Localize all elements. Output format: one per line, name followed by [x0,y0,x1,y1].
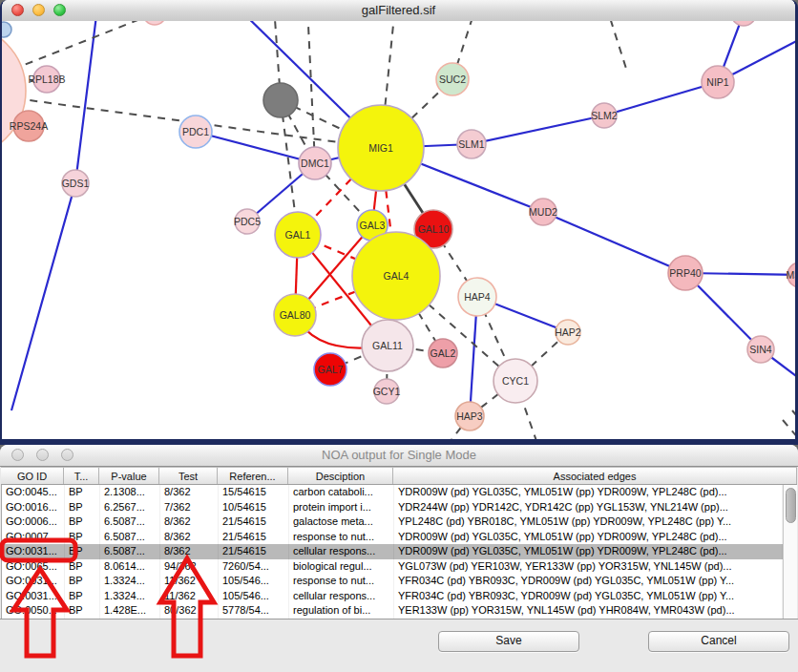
table-cell: GO:0031... [2,589,65,604]
node-label-MIG1: MIG1 [368,142,393,154]
node-label-GAL11: GAL11 [372,340,403,351]
table-cell: GO:0016... [2,500,65,515]
table-cell: 7/362 [160,500,219,515]
table-cell: 105/546... [219,589,289,604]
column-header-desciption[interactable]: Desciption [288,468,393,484]
table-cell: 8/362 [160,514,219,530]
node-label-PRP40: PRP40 [669,267,701,279]
table-cell: 8/362 [160,544,219,559]
column-header-test[interactable]: Test [159,468,218,484]
network-canvas[interactable]: RPL18BRPS24AGDS1PDC1DMC1MIG1SUC2SLM1SLM2… [2,21,795,439]
network-edge [472,116,604,144]
table-cell: biological regul... [289,559,394,575]
node-label-GAL2: GAL2 [430,347,456,359]
table-cell: YER133W (pp) YOR315W, YNL145W (pd) YHR08… [394,603,783,619]
table-cell: 94/362 [160,559,219,575]
table-cell: 1.428E... [100,603,160,619]
table-bottom-divider [0,619,798,620]
window-title: galFiltered.sif [2,0,795,21]
table-cell: galactose meta... [289,514,394,530]
table-row[interactable]: GO:0016...BP6.2567...7/36210/54615protei… [2,500,783,515]
table-cell: protein import i... [289,500,394,515]
table-cell: 6.5087... [100,514,160,530]
node-label-SLM1: SLM1 [458,138,485,150]
table-cell: BP [65,544,100,559]
table-cell: GO:0031... [2,544,65,559]
table-cell: 11/362 [160,574,219,589]
node-dark-gray[interactable] [263,83,298,117]
table-cell: 21/54615 [219,514,289,530]
network-edge [307,21,315,163]
network-edge [792,410,795,431]
node-label-DMC1: DMC1 [301,158,329,169]
network-titlebar[interactable]: galFiltered.sif [2,0,795,22]
node-label-GCY1: GCY1 [373,386,401,397]
node-label-GAL10: GAL10 [418,223,450,235]
column-header-go-id[interactable]: GO ID [1,468,64,484]
table-cell: 6.5087... [100,530,160,545]
cancel-button[interactable]: Cancel [648,631,789,652]
vertical-scrollbar[interactable] [783,485,797,619]
table-row[interactable]: GO:0006...BP6.5087...8/36221/54615galact… [2,514,783,530]
table-cell: 6.2567... [100,500,160,515]
table-cell: BP [65,485,100,500]
table-body: GO:0045...BP2.1308...8/36215/54615carbon… [1,485,783,619]
node-label-SLM2: SLM2 [591,110,618,121]
save-button[interactable]: Save [438,631,579,652]
network-graph: RPL18BRPS24AGDS1PDC1DMC1MIG1SUC2SLM1SLM2… [2,21,795,439]
network-edge [606,21,627,72]
table-cell: GO:0065... [2,559,65,575]
node-clipped-top-right[interactable] [731,21,756,26]
network-edge [196,132,315,163]
noa-titlebar[interactable]: NOA output for Single Mode [0,445,798,467]
table-cell: YDR244W (pp) YDR142C, YDR142C (pp) YGL15… [394,500,783,515]
table-row[interactable]: GO:0045...BP2.1308...8/36215/54615carbon… [2,485,783,500]
table-cell: GO:0031... [2,574,65,589]
table-cell: 8/362 [160,485,219,500]
table-cell: carbon cataboli... [289,485,394,500]
node-blue-topleft[interactable] [2,22,11,37]
node-label-PDC1: PDC1 [182,126,209,137]
table-row[interactable]: GO:0050...BP1.428E...80/3625778/54...reg… [2,603,783,619]
table-row[interactable]: GO:0031...BP6.5087...8/36221/54615cellul… [2,544,783,559]
network-edge [543,212,685,273]
column-header-p-value[interactable]: P-value [99,468,159,484]
node-label-GAL4: GAL4 [384,270,410,282]
table-cell: BP [65,574,100,589]
table-cell: BP [65,500,100,515]
node-label-PDC5: PDC5 [234,216,261,227]
table-cell: 11/362 [160,589,219,604]
table-row[interactable]: GO:0065...BP8.0614...94/3627260/54...bio… [2,559,783,575]
table-cell: YDR009W (pd) YGL035C, YML051W (pp) YDR00… [394,530,783,545]
column-header-referen-[interactable]: Referen... [218,468,288,484]
table-cell: 7260/54... [219,559,289,575]
table-cell: 8.0614... [100,559,160,575]
table-cell: 10/54615 [219,500,289,515]
column-header-t-[interactable]: T... [64,468,99,484]
table-row[interactable]: GO:0031...BP1.3324...11/362105/546...res… [2,574,783,589]
table-cell: YGL073W (pd) YER103W, YER133W (pp) YOR31… [394,559,783,575]
table-cell: 80/362 [160,603,219,619]
node-label-MSN: MSN5 [786,269,795,281]
table-cell: GO:0045... [2,485,65,500]
table-cell: cellular respons... [289,544,394,559]
table-cell: 15/54615 [219,485,289,500]
node-label-GAL7: GAL7 [318,364,344,375]
table-cell: regulation of bi... [289,603,394,619]
network-edge [604,82,718,116]
table-cell: response to nut... [289,530,394,545]
column-header-associated-edges[interactable]: Associated edges [393,468,797,484]
table-cell: 6.5087... [100,544,160,559]
table-row[interactable]: GO:0031...BP1.3324...11/362105/546...cel… [2,589,783,604]
node-label-GAL1: GAL1 [285,229,311,241]
scrollbar-thumb[interactable] [786,488,796,523]
table-cell: GO:0050... [2,603,65,619]
table-cell: 5778/54... [219,603,289,619]
noa-output-window: NOA output for Single Mode GO IDT...P-va… [0,445,798,672]
table-row[interactable]: GO:0007...BP6.5087...8/36221/54615respon… [2,530,783,545]
table-cell: cellular respons... [289,589,394,604]
table-cell: GO:0006... [2,514,65,530]
node-label-RPL18B: RPL18B [28,74,65,85]
table-cell: 1.3324... [100,589,160,604]
node-clipped-top[interactable] [143,21,166,25]
